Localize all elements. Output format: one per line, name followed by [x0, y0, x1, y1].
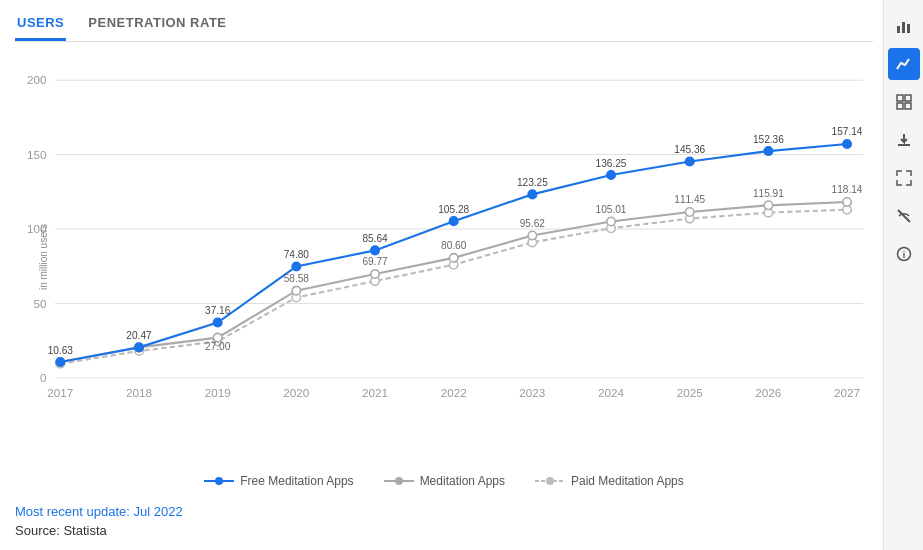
- svg-text:i: i: [902, 250, 905, 260]
- svg-text:2021: 2021: [362, 386, 388, 399]
- download-icon[interactable]: [888, 124, 920, 156]
- svg-text:136.25: 136.25: [596, 158, 627, 169]
- legend-free: Free Meditation Apps: [204, 474, 353, 488]
- tab-users[interactable]: USERS: [15, 10, 66, 41]
- svg-point-40: [685, 208, 694, 217]
- svg-point-46: [292, 262, 301, 271]
- svg-point-42: [843, 198, 852, 207]
- chart-area: in million users 05010015020020172018201…: [15, 52, 873, 461]
- footer-update: Most recent update: Jul 2022: [15, 504, 873, 519]
- svg-point-53: [843, 140, 852, 149]
- svg-point-75: [215, 477, 223, 485]
- svg-point-38: [528, 231, 537, 240]
- footer-source: Source: Statista: [15, 523, 873, 538]
- svg-point-45: [213, 318, 222, 327]
- svg-rect-82: [907, 24, 910, 33]
- svg-point-79: [546, 477, 554, 485]
- svg-point-51: [685, 157, 694, 166]
- chart-svg: 0501001502002017201820192020202120222023…: [55, 57, 863, 401]
- svg-rect-83: [897, 95, 903, 101]
- svg-point-48: [449, 217, 458, 226]
- svg-text:74.80: 74.80: [284, 249, 310, 260]
- svg-text:2026: 2026: [755, 386, 781, 399]
- svg-text:2019: 2019: [205, 386, 231, 399]
- svg-text:80.60: 80.60: [441, 240, 467, 251]
- svg-text:2027: 2027: [834, 386, 860, 399]
- svg-text:2023: 2023: [519, 386, 545, 399]
- line-chart-icon[interactable]: [888, 48, 920, 80]
- svg-text:20.47: 20.47: [126, 330, 152, 341]
- svg-text:27.00: 27.00: [205, 341, 231, 352]
- svg-rect-80: [897, 26, 900, 33]
- svg-point-47: [371, 246, 380, 255]
- svg-text:58.58: 58.58: [284, 273, 310, 284]
- legend-paid: Paid Meditation Apps: [535, 474, 684, 488]
- main-content: USERS PENETRATION RATE in million users …: [0, 0, 883, 550]
- app-container: USERS PENETRATION RATE in million users …: [0, 0, 923, 550]
- svg-rect-86: [905, 103, 911, 109]
- svg-text:2022: 2022: [441, 386, 467, 399]
- svg-text:69.77: 69.77: [362, 256, 388, 267]
- svg-text:152.36: 152.36: [753, 134, 784, 145]
- legend-free-label: Free Meditation Apps: [240, 474, 353, 488]
- eye-off-icon[interactable]: [888, 200, 920, 232]
- svg-text:2024: 2024: [598, 386, 625, 399]
- svg-text:95.62: 95.62: [520, 218, 546, 229]
- svg-text:2018: 2018: [126, 386, 152, 399]
- svg-text:2017: 2017: [47, 386, 73, 399]
- svg-text:50: 50: [33, 297, 47, 310]
- svg-text:145.36: 145.36: [674, 144, 705, 155]
- svg-point-41: [764, 201, 773, 210]
- svg-point-77: [395, 477, 403, 485]
- tab-penetration-rate[interactable]: PENETRATION RATE: [86, 10, 228, 41]
- svg-text:118.14: 118.14: [832, 184, 863, 195]
- svg-rect-85: [897, 103, 903, 109]
- footer-update-prefix: Most recent update:: [15, 504, 134, 519]
- svg-text:150: 150: [27, 148, 47, 161]
- sidebar: i: [883, 0, 923, 550]
- svg-text:111.45: 111.45: [674, 194, 705, 205]
- chart-wrapper: 0501001502002017201820192020202120222023…: [55, 57, 863, 401]
- svg-point-50: [607, 171, 616, 180]
- svg-text:105.28: 105.28: [438, 204, 469, 215]
- svg-point-35: [292, 286, 301, 295]
- svg-text:2025: 2025: [677, 386, 704, 399]
- svg-point-39: [607, 217, 616, 226]
- tab-bar: USERS PENETRATION RATE: [15, 10, 873, 42]
- expand-icon[interactable]: [888, 162, 920, 194]
- svg-point-43: [56, 358, 65, 367]
- legend-meditation-label: Meditation Apps: [420, 474, 505, 488]
- svg-text:10.63: 10.63: [48, 345, 74, 356]
- svg-point-44: [135, 343, 144, 352]
- bar-chart-icon[interactable]: [888, 10, 920, 42]
- svg-text:0: 0: [40, 371, 47, 384]
- svg-rect-84: [905, 95, 911, 101]
- svg-text:85.64: 85.64: [362, 233, 388, 244]
- svg-text:123.25: 123.25: [517, 177, 548, 188]
- svg-text:2020: 2020: [283, 386, 310, 399]
- svg-point-36: [371, 270, 380, 279]
- legend: Free Meditation Apps Meditation Apps Pai…: [15, 466, 873, 496]
- svg-text:37.16: 37.16: [205, 305, 231, 316]
- svg-point-37: [449, 254, 458, 263]
- footer: Most recent update: Jul 2022 Source: Sta…: [15, 496, 873, 540]
- svg-point-52: [764, 147, 773, 156]
- info-icon[interactable]: i: [888, 238, 920, 270]
- svg-point-49: [528, 190, 537, 199]
- footer-update-date: Jul 2022: [134, 504, 183, 519]
- svg-text:105.01: 105.01: [596, 204, 627, 215]
- svg-text:200: 200: [27, 73, 47, 86]
- svg-text:100: 100: [27, 222, 47, 235]
- svg-text:115.91: 115.91: [753, 188, 784, 199]
- svg-rect-81: [902, 22, 905, 33]
- grid-icon[interactable]: [888, 86, 920, 118]
- legend-meditation: Meditation Apps: [384, 474, 505, 488]
- legend-paid-label: Paid Meditation Apps: [571, 474, 684, 488]
- svg-text:157.14: 157.14: [832, 126, 863, 137]
